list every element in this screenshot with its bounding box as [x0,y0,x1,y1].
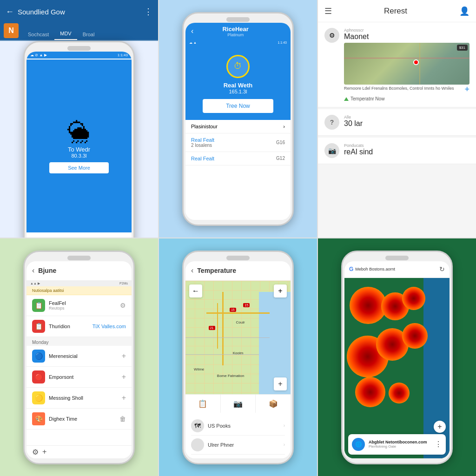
map-zoom-add[interactable]: + [274,284,287,298]
more-icon[interactable]: ⋮ [144,7,152,17]
real-sind-text-block: Ponducats reAl sind [344,143,469,156]
status-icons-2: ☁ ▲ [189,41,197,45]
highway-badge-2: 21 [209,326,215,330]
phone-notch-5 [226,256,250,260]
city-wilme: Wilme [194,367,204,371]
bottom-section: 🗺 US Pooks › Ulrer Phner › [185,413,291,458]
notification-text: Nutiosalpa aatitsi [32,288,64,293]
clock-icon: ⏱ [226,55,250,78]
remind-back-icon[interactable]: ‹ [32,266,34,275]
map-add-corner[interactable]: + [274,377,287,390]
real-fealt-1-val: G16 [276,140,285,145]
remind-item-thuridion[interactable]: 📋 Thuridion TiX Valles.com [26,316,132,337]
popup-title: Abgblet Netontiboconen.com [369,440,435,444]
phone-frame-2: ‹ RiceHear Platinum ☁ ▲ 1:1:43 ⏱ Real We… [182,12,294,226]
menu-icon[interactable]: ☰ [324,6,332,16]
phone-status-2: ☁ ▲ 1:1:43 [185,40,291,46]
heatmap-add-button[interactable]: + [434,421,446,433]
tab-broal[interactable]: Broal [77,29,100,40]
tab-photo[interactable]: 📷 [221,395,256,413]
map-area[interactable]: 15 21 15 Coulr Koolm Wilme Bome Fatmatio… [185,281,291,394]
map-nav-left[interactable]: ← [189,284,202,298]
remind-item-merenesicial[interactable]: 🔵 Merenesicial + [26,346,132,367]
heatmap-refresh-icon[interactable]: ↻ [439,265,445,273]
back-icon[interactable]: ← [6,7,14,17]
heatmap-area: + 🌐 Abgblet Netontiboconen.com Plerflotn… [344,278,450,458]
phone-frame-5: ‹ Temperature 15 21 15 [182,251,294,464]
remind-battery: P2Ms [119,282,128,285]
see-more-button[interactable]: See More [49,162,109,173]
tab-list[interactable]: 📋 [185,395,221,413]
profile-icon[interactable]: 👤 [459,6,469,16]
dighex-name: Dighex Time [49,416,119,422]
list-item-us-pooks[interactable]: 🗺 US Pooks › [191,416,285,436]
popup-subtitle: Plerflotning Oale [369,444,435,449]
remind-item-fealfel[interactable]: 📋 FealFel Reutops ⚙ [26,295,132,316]
notification-bar: Nutiosalpa aatitsi [26,286,132,295]
us-pooks-chevron: › [284,423,285,428]
real-sind-label: reAl sind [344,148,469,156]
tab-sochcast[interactable]: Sochcast [22,29,54,40]
remind-item-emporsont[interactable]: 🔴 Emporsont + [26,367,132,388]
map-thumbnail: $31 [344,43,469,85]
list-item-ulrer-phner[interactable]: Ulrer Phner › [191,436,285,455]
city-coulr: Coulr [236,320,245,324]
maonet-text-block: Aphnosscr Maonet $31 Remoore Ldel Frenal… [344,28,469,101]
menu-section-maonet[interactable]: ⚙ Aphnosscr Maonet $31 Remoore Ldel Fren… [318,22,476,107]
weather-icon: 🌦 [67,119,91,146]
heatmap-title: Meboh Bostons.aornt [355,267,439,271]
phone-notch-2 [226,17,250,22]
phone-frame-6: G Meboh Bostons.aornt ↻ + [341,251,453,464]
bottom-add-icon[interactable]: + [42,448,46,456]
remind-item-messsing[interactable]: 🟡 Messsing Sholl + [26,388,132,409]
fealfel-gear-icon[interactable]: ⚙ [120,302,126,309]
maonet-small-label: Aphnosscr [344,28,469,33]
real-fealt-1[interactable]: Real Fealt 2 losalens G16 [185,133,291,152]
popup-text: Abgblet Netontiboconen.com Plerflotning … [369,440,435,449]
tab-package[interactable]: 📦 [256,395,291,413]
footer-row: Blicurcan › [32,236,126,238]
heat-blob-8 [389,383,410,403]
remind-title: Bjune [38,267,56,274]
map-price: $31 [457,45,468,51]
fealfel-sub: Reutops [49,306,120,311]
real-fealt-2[interactable]: Real Fealt G12 [185,152,291,165]
plasinistour-item[interactable]: Plasinistour › [185,120,291,133]
thuridion-link[interactable]: TiX Valles.com [93,324,126,329]
remind-item-dighex[interactable]: 🎨 Dighex Time 🗑 [26,409,132,430]
android-header: ← Soundlied Gow ⋮ [0,0,158,23]
panel-heatmap: G Meboh Bostons.aornt ↻ + [318,238,476,476]
messsing-add[interactable]: + [122,394,126,402]
panel-reminders: ‹ Bjune ▲▲ ▶ P2Ms Nutiosalpa aatitsi 📋 F… [0,238,158,476]
city-koolm: Koolm [233,351,244,355]
highway-badge-1: 15 [230,308,236,312]
real-weth-section: ⏱ Real Weth 165.1.3l Tree Now [185,46,291,120]
bottom-gear-icon[interactable]: ⚙ [32,448,39,456]
fealfel-name: FealFel [49,300,120,306]
temp-map-back[interactable]: ‹ [191,266,193,275]
emporsont-name: Emporsont [49,374,122,380]
menu-title: Rerest [332,7,459,16]
map-add-button[interactable]: + [464,85,469,94]
status-time-2: 1:1:43 [278,41,287,45]
fealfel-icon: 📋 [32,299,45,312]
merenesicial-add[interactable]: + [122,352,126,360]
messsing-icon: 🟡 [32,391,45,404]
tree-now-button[interactable]: Tree Now [203,99,273,113]
dighex-trash[interactable]: 🗑 [119,415,126,423]
remind-status: ▲▲ ▶ P2Ms [26,281,132,286]
menu-section-real-sind[interactable]: 📷 Ponducats reAl sind [318,138,476,164]
section-list: Plasinistour › Real Fealt 2 losalens G16… [185,120,291,220]
popup-more-icon[interactable]: ⋮ [435,440,442,449]
emporsont-add[interactable]: + [122,373,126,381]
maonet-large-label: Maonet [344,33,469,41]
status-icons: ☁ ⊘ ▲ ▶ [30,53,47,57]
merenesicial-icon: 🔵 [32,350,45,363]
thuridion-name: Thuridion [49,324,93,329]
tab-mdv[interactable]: MDV [54,28,77,40]
menu-section-30lar[interactable]: ? Alle 30 lar [318,109,476,136]
panel-settings: ☰ Rerest 👤 ⚙ Aphnosscr Maonet $31 [318,0,476,238]
heatmap-header: G Meboh Bostons.aornt ↻ [344,261,450,278]
remind-header: ‹ Bjune [26,261,132,281]
popup-icon: 🌐 [352,438,365,451]
